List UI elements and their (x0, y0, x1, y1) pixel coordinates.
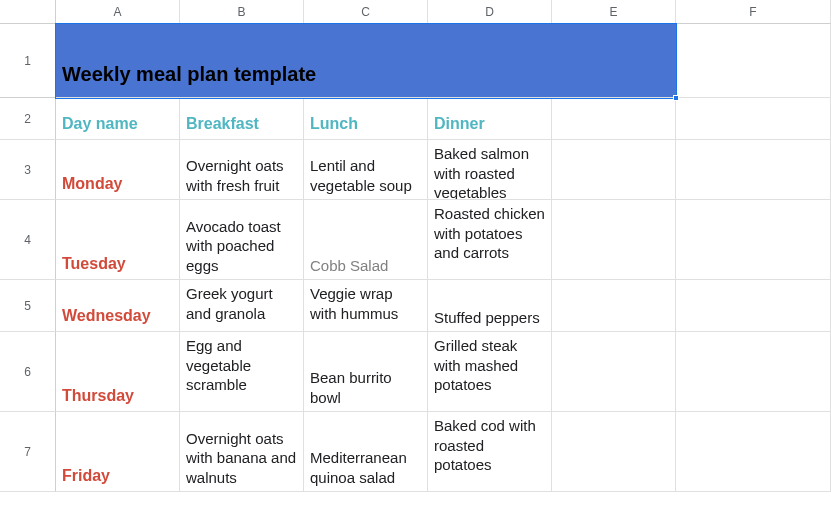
cell-a4[interactable]: Tuesday (56, 200, 180, 280)
row-header-2[interactable]: 2 (0, 98, 56, 140)
cell-d7[interactable]: Baked cod with roasted potatoes (428, 412, 552, 492)
spreadsheet-grid[interactable]: A B C D E F 1 Weekly meal plan template … (0, 0, 831, 492)
row-header-3[interactable]: 3 (0, 140, 56, 200)
col-header-b[interactable]: B (180, 0, 304, 24)
mon-dinner: Baked salmon with roasted vegetables (434, 144, 545, 200)
select-all-corner[interactable] (0, 0, 56, 24)
cell-e5[interactable] (552, 280, 676, 332)
cell-e2[interactable] (552, 98, 676, 140)
thu-lunch: Bean burrito bowl (310, 368, 421, 407)
row-header-4[interactable]: 4 (0, 200, 56, 280)
cell-a3[interactable]: Monday (56, 140, 180, 200)
cell-c6[interactable]: Bean burrito bowl (304, 332, 428, 412)
cell-c4[interactable]: Cobb Salad (304, 200, 428, 280)
cell-e7[interactable] (552, 412, 676, 492)
tue-dinner: Roasted chicken with potatoes and carrot… (434, 204, 545, 263)
cell-b3[interactable]: Overnight oats with fresh fruit (180, 140, 304, 200)
cell-f4[interactable] (676, 200, 831, 280)
col-header-e[interactable]: E (552, 0, 676, 24)
cell-f7[interactable] (676, 412, 831, 492)
header-dinner: Dinner (434, 114, 485, 135)
mon-breakfast: Overnight oats with fresh fruit (186, 156, 297, 195)
wed-breakfast: Greek yogurt and granola (186, 284, 297, 323)
thu-breakfast: Egg and vegetable scramble (186, 336, 297, 395)
cell-e3[interactable] (552, 140, 676, 200)
cell-f5[interactable] (676, 280, 831, 332)
cell-b7[interactable]: Overnight oats with banana and walnuts (180, 412, 304, 492)
cell-c5[interactable]: Veggie wrap with hummus (304, 280, 428, 332)
thu-dinner: Grilled steak with mashed potatoes (434, 336, 545, 395)
wed-dinner: Stuffed peppers (434, 308, 540, 328)
cell-a2[interactable]: Day name (56, 98, 180, 140)
row-header-7[interactable]: 7 (0, 412, 56, 492)
cell-b2[interactable]: Breakfast (180, 98, 304, 140)
cell-f6[interactable] (676, 332, 831, 412)
cell-a7[interactable]: Friday (56, 412, 180, 492)
header-lunch: Lunch (310, 114, 358, 135)
day-wednesday: Wednesday (62, 306, 151, 327)
header-breakfast: Breakfast (186, 114, 259, 135)
mon-lunch: Lentil and vegetable soup (310, 156, 421, 195)
col-header-d[interactable]: D (428, 0, 552, 24)
cell-c2[interactable]: Lunch (304, 98, 428, 140)
title-text: Weekly meal plan template (62, 61, 316, 87)
wed-lunch: Veggie wrap with hummus (310, 284, 421, 323)
cell-e6[interactable] (552, 332, 676, 412)
row-header-5[interactable]: 5 (0, 280, 56, 332)
cell-f2[interactable] (676, 98, 831, 140)
cell-a6[interactable]: Thursday (56, 332, 180, 412)
row-header-1[interactable]: 1 (0, 24, 56, 98)
cell-c7[interactable]: Mediterranean quinoa salad (304, 412, 428, 492)
col-header-a[interactable]: A (56, 0, 180, 24)
col-header-c[interactable]: C (304, 0, 428, 24)
cell-d5[interactable]: Stuffed peppers (428, 280, 552, 332)
col-header-f[interactable]: F (676, 0, 831, 24)
tue-breakfast: Avocado toast with poached eggs (186, 217, 297, 276)
fri-breakfast: Overnight oats with banana and walnuts (186, 429, 297, 488)
cell-a5[interactable]: Wednesday (56, 280, 180, 332)
tue-lunch: Cobb Salad (310, 256, 388, 276)
cell-f1[interactable] (676, 24, 831, 98)
row-header-6[interactable]: 6 (0, 332, 56, 412)
cell-d2[interactable]: Dinner (428, 98, 552, 140)
day-tuesday: Tuesday (62, 254, 126, 275)
cell-d4[interactable]: Roasted chicken with potatoes and carrot… (428, 200, 552, 280)
header-day: Day name (62, 114, 138, 135)
day-monday: Monday (62, 174, 122, 195)
cell-b4[interactable]: Avocado toast with poached eggs (180, 200, 304, 280)
cell-d3[interactable]: Baked salmon with roasted vegetables (428, 140, 552, 200)
fri-lunch: Mediterranean quinoa salad (310, 448, 421, 487)
fri-dinner: Baked cod with roasted potatoes (434, 416, 545, 475)
day-thursday: Thursday (62, 386, 134, 407)
cell-f3[interactable] (676, 140, 831, 200)
cell-a1-title[interactable]: Weekly meal plan template (56, 24, 676, 98)
cell-d6[interactable]: Grilled steak with mashed potatoes (428, 332, 552, 412)
cell-c3[interactable]: Lentil and vegetable soup (304, 140, 428, 200)
cell-b5[interactable]: Greek yogurt and granola (180, 280, 304, 332)
cell-b6[interactable]: Egg and vegetable scramble (180, 332, 304, 412)
cell-e4[interactable] (552, 200, 676, 280)
day-friday: Friday (62, 466, 110, 487)
